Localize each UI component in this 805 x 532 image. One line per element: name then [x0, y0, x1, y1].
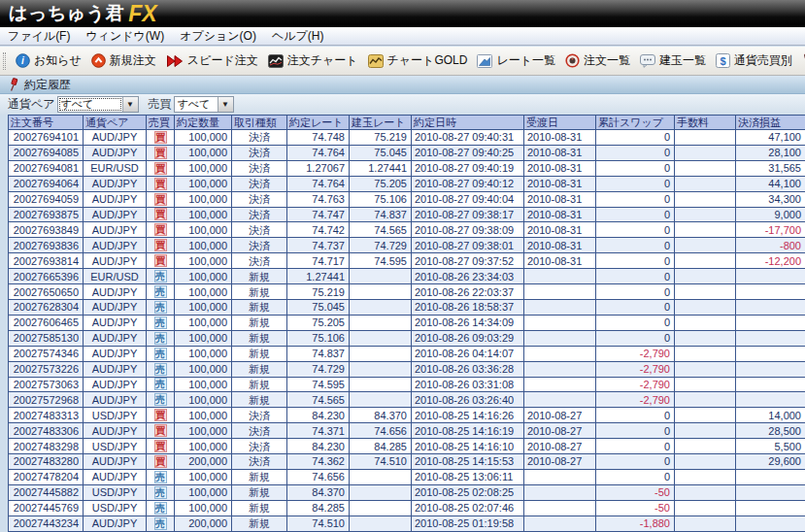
- table-row[interactable]: 20027574346AUD/JPY売100,000新規74.8372010-0…: [9, 347, 805, 362]
- table-row[interactable]: 20027694064AUD/JPY買100,000決済74.76475.205…: [9, 177, 805, 192]
- table-row[interactable]: 20027483306AUD/JPY買100,000決済74.37174.656…: [9, 423, 805, 439]
- cell-value-date: 2010-08-27: [524, 454, 596, 470]
- info-button[interactable]: iお知らせ: [11, 50, 86, 71]
- table-header-row: 注文番号通貨ペア売買約定数量取引種類約定レート建玉レート約定日時受渡日累計スワッ…: [9, 115, 805, 130]
- table-row[interactable]: 20027693814AUD/JPY買100,000決済74.71774.595…: [9, 253, 805, 269]
- cell-value-date: 2010-08-31: [524, 161, 596, 177]
- table-row[interactable]: 20027628304AUD/JPY売100,000新規75.0452010-0…: [9, 300, 805, 316]
- table-row[interactable]: 20027650650AUD/JPY売100,000新規75.2192010-0…: [9, 284, 805, 300]
- cell-currency-pair: AUD/JPY: [84, 516, 147, 532]
- cell-side: 買: [147, 408, 175, 423]
- buy-badge: 買: [154, 131, 167, 144]
- cell-order-no: 20027483280: [9, 454, 84, 470]
- menu-item-1[interactable]: ウィンドウ(W): [78, 27, 172, 45]
- table-row[interactable]: 20027445882USD/JPY売100,000新規84.3702010-0…: [9, 485, 805, 501]
- cell-position-rate: [350, 300, 412, 316]
- table-row[interactable]: 20027693875AUD/JPY買100,000決済74.74774.837…: [9, 208, 805, 223]
- table-row[interactable]: 20027694081EUR/USD買100,000決済1.270671.274…: [9, 161, 805, 177]
- menu-item-3[interactable]: ヘルプ(H): [264, 27, 332, 45]
- column-header-pl: 決済損益: [736, 115, 805, 130]
- table-row[interactable]: 20027445769USD/JPY売100,000新規84.2852010-0…: [9, 501, 805, 516]
- chevron-down-icon[interactable]: ▼: [218, 97, 233, 112]
- table-row[interactable]: 20027693849AUD/JPY買100,000決済74.74274.565…: [9, 222, 805, 238]
- menu-item-0[interactable]: ファイル(F): [0, 27, 78, 45]
- cell-quantity: 100,000: [175, 439, 232, 454]
- table-row[interactable]: 20027483280AUD/JPY買200,000決済74.36274.510…: [9, 454, 805, 470]
- table-row[interactable]: 20027606465AUD/JPY売100,000新規75.2052010-0…: [9, 316, 805, 331]
- rate-list-button[interactable]: レート一覧: [472, 50, 560, 71]
- cell-swap: 0: [596, 222, 675, 238]
- table-row[interactable]: 20027665396EUR/USD売100,000新規1.274412010-…: [9, 269, 805, 284]
- cell-commission: [675, 501, 736, 516]
- table-row[interactable]: 20027478204AUD/JPY売100,000新規74.6562010-0…: [9, 470, 805, 485]
- table-row[interactable]: 20027573063AUD/JPY売100,000新規74.5952010-0…: [9, 378, 805, 393]
- cell-trade-type: 新規: [232, 300, 287, 316]
- cell-currency-pair: AUD/JPY: [84, 331, 147, 347]
- panel-title-label: 約定履歴: [24, 77, 71, 93]
- toolbar-button-label: スピード注文: [187, 52, 258, 69]
- toolbar-button-label: 通貨売買別: [734, 52, 792, 69]
- currency-pair-filter-label: 通貨ペア: [8, 96, 55, 113]
- speed-order-button[interactable]: スピード注文: [161, 50, 263, 71]
- cell-position-rate: [350, 392, 412, 408]
- table-row[interactable]: 20027694101AUD/JPY買100,000決済74.74875.219…: [9, 130, 805, 146]
- cell-swap: -1,880: [596, 516, 675, 532]
- order-chart-button[interactable]: 注文チャート: [263, 50, 363, 71]
- table-row[interactable]: 20027694059AUD/JPY買100,000決済74.76375.106…: [9, 192, 805, 208]
- cell-swap: 0: [596, 439, 675, 454]
- cell-trade-type: 新規: [232, 470, 287, 485]
- cell-side: 売: [147, 516, 175, 532]
- currency-side-button[interactable]: $通貨売買別: [711, 50, 797, 71]
- table-body: 20027694101AUD/JPY買100,000決済74.74875.219…: [9, 130, 805, 532]
- cell-commission: [675, 222, 736, 238]
- cell-value-date: [524, 269, 596, 284]
- side-select[interactable]: すべて ▼: [174, 96, 234, 113]
- table-row[interactable]: 20027572968AUD/JPY売100,000新規74.5652010-0…: [9, 392, 805, 408]
- toolbar-button-label: レート一覧: [496, 52, 555, 69]
- table-row[interactable]: 20027694085AUD/JPY買100,000決済74.76475.045…: [9, 146, 805, 161]
- cell-commission: [675, 161, 736, 177]
- execution-history-button[interactable]: 約定履歴: [797, 50, 805, 71]
- cell-value-date: [524, 392, 596, 408]
- cell-commission: [675, 300, 736, 316]
- column-header-currency-pair: 通貨ペア: [84, 115, 147, 130]
- cell-pl: [736, 501, 805, 516]
- cell-swap: 0: [596, 470, 675, 485]
- chevron-down-icon[interactable]: ▼: [122, 97, 138, 112]
- cell-side: 買: [147, 161, 175, 177]
- table-row[interactable]: 20027483313USD/JPY買100,000決済84.23084.370…: [9, 408, 805, 423]
- cell-swap: 0: [596, 177, 675, 192]
- buy-badge: 買: [154, 409, 167, 421]
- cell-pl: -800: [736, 238, 805, 253]
- toolbar-grip[interactable]: [3, 52, 6, 70]
- column-header-exec-rate: 約定レート: [287, 115, 350, 130]
- position-list-button[interactable]: 建玉一覧: [635, 50, 711, 71]
- cell-currency-pair: USD/JPY: [84, 408, 147, 423]
- table-row[interactable]: 20027443234AUD/JPY売200,000新規74.5102010-0…: [9, 516, 805, 532]
- cell-exec-rate: 1.27067: [287, 161, 350, 177]
- cell-exec-rate: 84.285: [287, 501, 350, 516]
- cell-commission: [675, 470, 736, 485]
- chart-gold-button[interactable]: チャートGOLD: [363, 50, 473, 71]
- currency-pair-select[interactable]: すべて ▼: [57, 96, 139, 113]
- cell-trade-type: 決済: [232, 253, 287, 269]
- table-row[interactable]: 20027693836AUD/JPY買100,000決済74.73774.729…: [9, 238, 805, 253]
- cell-commission: [675, 392, 736, 408]
- table-row[interactable]: 20027483298USD/JPY買100,000決済84.23084.285…: [9, 439, 805, 454]
- new-order-button[interactable]: 新規注文: [86, 50, 161, 71]
- app-logo-fx: FX: [128, 1, 156, 27]
- cell-value-date: [524, 516, 596, 532]
- cell-trade-type: 決済: [232, 408, 287, 423]
- cell-currency-pair: USD/JPY: [84, 439, 147, 454]
- order-list-button[interactable]: 注文一覧: [560, 50, 635, 71]
- cell-side: 買: [147, 423, 175, 439]
- cell-swap: 0: [596, 408, 675, 423]
- cell-position-rate: 74.837: [350, 208, 412, 223]
- cell-exec-datetime: 2010-08-25 14:16:10: [412, 439, 524, 454]
- cell-swap: 0: [596, 284, 675, 300]
- menu-item-2[interactable]: オプション(O): [172, 27, 264, 45]
- table-row[interactable]: 20027585130AUD/JPY売100,000新規75.1062010-0…: [9, 331, 805, 347]
- cell-value-date: [524, 470, 596, 485]
- table-row[interactable]: 20027573226AUD/JPY売100,000新規74.7292010-0…: [9, 362, 805, 378]
- cell-value-date: [524, 347, 596, 362]
